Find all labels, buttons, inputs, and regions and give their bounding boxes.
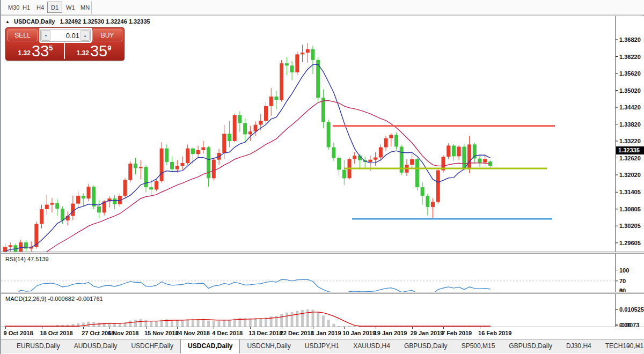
- tab-scroll-arrows[interactable]: ◂ ▸: [627, 343, 643, 349]
- date-axis-tick: [313, 327, 313, 329]
- volume-input[interactable]: [52, 30, 79, 41]
- timeframe-button-h4[interactable]: H4: [33, 2, 48, 13]
- candle-body: [71, 204, 75, 216]
- date-axis-tick: [42, 327, 42, 329]
- candle-body: [384, 138, 388, 148]
- candle-body: [134, 164, 137, 168]
- candle-body: [233, 115, 237, 141]
- candle-body: [180, 163, 184, 166]
- macd-histogram-bar: [327, 320, 330, 327]
- date-axis-tick: [412, 327, 413, 329]
- candle-body: [212, 160, 216, 179]
- rsi-axis-label: 100: [619, 267, 629, 274]
- candle-body: [337, 158, 341, 170]
- date-axis-label: 19 Jan 2019: [374, 330, 407, 336]
- rsi-panel-canvas[interactable]: 10070300: [1, 254, 644, 292]
- volume-increase-button[interactable]: ▲: [80, 30, 90, 41]
- macd-histogram-bar: [249, 319, 252, 327]
- macd-histogram-bar: [218, 321, 221, 327]
- one-click-trading-panel: SELL BUY ▼ ▲ 1.32 33 5 1.32 35 9: [5, 27, 125, 61]
- candle-body: [248, 131, 252, 134]
- macd-histogram-bar: [176, 320, 179, 327]
- candle-body: [410, 159, 414, 165]
- candle-body: [285, 63, 289, 65]
- candle-body: [457, 147, 461, 157]
- date-axis-tick: [250, 327, 251, 329]
- tab-xauusd-h4[interactable]: XAUUSD,H4: [346, 340, 397, 353]
- candle-body: [123, 180, 127, 196]
- macd-histogram-bar: [280, 314, 283, 327]
- timeframe-button-d1[interactable]: D1: [47, 2, 62, 13]
- candle-body: [9, 245, 12, 247]
- sell-button[interactable]: SELL: [8, 30, 38, 41]
- date-axis-tick: [109, 327, 110, 329]
- tab-sp500-m15[interactable]: SP500,M15: [455, 340, 502, 353]
- candle-body: [447, 145, 450, 157]
- price-axis-label: 1.32620: [619, 155, 641, 161]
- candle-body: [144, 167, 148, 187]
- candle-body: [368, 160, 372, 162]
- timeframe-button-h1[interactable]: H1: [19, 2, 34, 13]
- date-axis-label: 1 Jan 2019: [311, 330, 341, 336]
- rsi-line: [5, 279, 491, 292]
- candle-body: [342, 170, 346, 179]
- date-axis-label: 13 Dec 2018: [248, 330, 282, 336]
- buy-price-display[interactable]: 1.32 35 9: [65, 42, 123, 59]
- date-axis-tick: [5, 327, 6, 329]
- date-axis-label: 29 Jan 2019: [411, 330, 444, 336]
- candle-body: [19, 242, 23, 252]
- date-axis-label: 24 Nov 2018: [175, 330, 210, 336]
- candle-body: [24, 242, 28, 249]
- macd-axis-label: -0.0073: [619, 322, 639, 327]
- tab-eurusd-daily[interactable]: EURUSD,Daily: [10, 340, 67, 353]
- tab-dj30-h4[interactable]: DJ30,H4: [559, 340, 598, 353]
- sell-price-display[interactable]: 1.32 33 5: [7, 42, 65, 59]
- candle-body: [311, 49, 314, 60]
- date-axis-tick: [376, 327, 376, 329]
- candle-body: [431, 202, 435, 207]
- price-axis-label: 1.32020: [619, 172, 641, 178]
- date-axis-tick: [83, 327, 84, 329]
- date-axis-tick: [214, 327, 214, 329]
- macd-histogram-bar: [254, 319, 257, 327]
- price-axis-label: 1.36220: [619, 54, 641, 60]
- date-axis[interactable]: 9 Oct 201818 Oct 201827 Oct 20186 Nov 20…: [1, 327, 644, 339]
- candle-body: [374, 158, 377, 160]
- timeframe-toolbar: M30 H1 H4 D1 W1 MN: [1, 0, 644, 15]
- tab-usdjpy-h1[interactable]: USDJPY,H1: [298, 340, 346, 353]
- rsi-axis-label: 70: [619, 278, 626, 284]
- macd-histogram-bar: [140, 319, 142, 327]
- price-axis-label: 1.35020: [619, 87, 641, 94]
- price-axis-label: 1.36820: [619, 36, 641, 43]
- candle-body: [436, 171, 440, 202]
- date-axis-tick: [282, 327, 282, 329]
- candle-body: [207, 148, 210, 179]
- macd-histogram-bar: [296, 311, 298, 327]
- macd-histogram-bar: [259, 318, 262, 327]
- price-axis-label: 1.34420: [619, 104, 641, 110]
- candle-body: [483, 159, 487, 163]
- volume-decrease-button[interactable]: ▼: [41, 30, 50, 41]
- chart-tab-bar: EURUSD,Daily AUDUSD,Daily USDCHF,Daily U…: [1, 339, 644, 353]
- tab-gbpusd-daily-2[interactable]: GBPUSD,Daily: [502, 340, 559, 353]
- tab-gbpusd-daily[interactable]: GBPUSD,Daily: [397, 340, 455, 353]
- tab-usdcad-daily[interactable]: USDCAD,Daily: [180, 340, 240, 353]
- chart-ohlc-values: 1.32492 1.32530 1.32246 1.32335: [60, 18, 150, 25]
- price-axis-label: 1.30205: [619, 223, 641, 229]
- date-axis-tick: [443, 327, 444, 329]
- candle-body: [280, 63, 283, 100]
- collapse-triangle-icon[interactable]: ▲: [5, 19, 10, 24]
- tab-audusd-daily[interactable]: AUDUSD,Daily: [67, 340, 125, 353]
- buy-button[interactable]: BUY: [92, 30, 122, 41]
- candle-body: [45, 205, 49, 209]
- tab-usdchf-daily[interactable]: USDCHF,Daily: [124, 340, 180, 353]
- macd-histogram-bar: [98, 323, 100, 327]
- date-axis-label: 16 Feb 2019: [478, 330, 511, 336]
- timeframe-button-w1[interactable]: W1: [62, 2, 79, 13]
- candle-body: [87, 187, 91, 198]
- candle-body: [415, 159, 419, 188]
- macd-histogram-bar: [181, 320, 184, 327]
- tab-usdcnh-daily[interactable]: USDCNH,Daily: [240, 340, 297, 353]
- candle-body: [186, 149, 189, 163]
- candle-body: [238, 115, 241, 123]
